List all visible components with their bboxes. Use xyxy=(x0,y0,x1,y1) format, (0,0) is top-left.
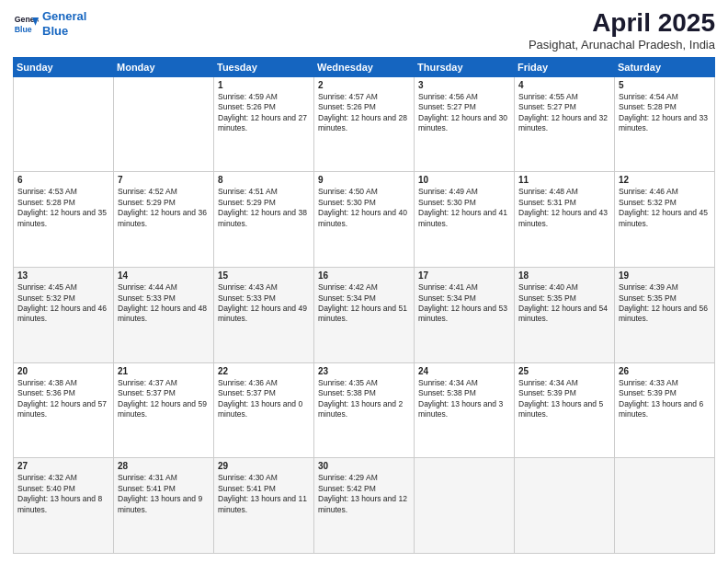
table-row: 29Sunrise: 4:30 AM Sunset: 5:41 PM Dayli… xyxy=(214,458,314,554)
table-row: 28Sunrise: 4:31 AM Sunset: 5:41 PM Dayli… xyxy=(114,458,214,554)
day-number: 25 xyxy=(518,366,610,376)
table-row: 4Sunrise: 4:55 AM Sunset: 5:27 PM Daylig… xyxy=(515,76,615,172)
day-number: 5 xyxy=(619,80,711,90)
day-number: 10 xyxy=(418,175,510,185)
day-info: Sunrise: 4:40 AM Sunset: 5:35 PM Dayligh… xyxy=(518,282,610,325)
col-tuesday: Tuesday xyxy=(214,57,314,76)
week-row-1: 1Sunrise: 4:59 AM Sunset: 5:26 PM Daylig… xyxy=(14,76,715,172)
table-row: 12Sunrise: 4:46 AM Sunset: 5:32 PM Dayli… xyxy=(615,172,715,268)
title-block: April 2025 Pasighat, Arunachal Pradesh, … xyxy=(529,9,715,52)
table-row: 1Sunrise: 4:59 AM Sunset: 5:26 PM Daylig… xyxy=(214,76,314,172)
table-row: 15Sunrise: 4:43 AM Sunset: 5:33 PM Dayli… xyxy=(214,268,314,363)
table-row: 21Sunrise: 4:37 AM Sunset: 5:37 PM Dayli… xyxy=(114,362,214,458)
day-info: Sunrise: 4:41 AM Sunset: 5:34 PM Dayligh… xyxy=(418,282,510,325)
day-info: Sunrise: 4:39 AM Sunset: 5:35 PM Dayligh… xyxy=(619,282,711,325)
svg-text:Blue: Blue xyxy=(15,24,32,33)
day-number: 7 xyxy=(118,175,210,185)
table-row: 17Sunrise: 4:41 AM Sunset: 5:34 PM Dayli… xyxy=(415,268,515,363)
day-info: Sunrise: 4:49 AM Sunset: 5:30 PM Dayligh… xyxy=(418,187,510,229)
col-monday: Monday xyxy=(114,57,214,76)
col-wednesday: Wednesday xyxy=(314,57,415,76)
table-row: 27Sunrise: 4:32 AM Sunset: 5:40 PM Dayli… xyxy=(14,458,114,554)
table-row: 2Sunrise: 4:57 AM Sunset: 5:26 PM Daylig… xyxy=(314,76,415,172)
day-number: 19 xyxy=(619,270,711,281)
day-info: Sunrise: 4:34 AM Sunset: 5:38 PM Dayligh… xyxy=(418,378,510,420)
day-number: 8 xyxy=(218,175,310,185)
col-saturday: Saturday xyxy=(615,57,715,76)
day-info: Sunrise: 4:59 AM Sunset: 5:26 PM Dayligh… xyxy=(218,92,310,134)
day-number: 12 xyxy=(619,175,711,185)
table-row: 6Sunrise: 4:53 AM Sunset: 5:28 PM Daylig… xyxy=(14,172,114,268)
table-row: 11Sunrise: 4:48 AM Sunset: 5:31 PM Dayli… xyxy=(515,172,615,268)
table-row: 9Sunrise: 4:50 AM Sunset: 5:30 PM Daylig… xyxy=(314,172,415,268)
day-info: Sunrise: 4:44 AM Sunset: 5:33 PM Dayligh… xyxy=(118,282,210,325)
day-number: 11 xyxy=(518,175,610,185)
day-info: Sunrise: 4:48 AM Sunset: 5:31 PM Dayligh… xyxy=(518,187,610,229)
table-row: 24Sunrise: 4:34 AM Sunset: 5:38 PM Dayli… xyxy=(415,362,515,458)
day-number: 16 xyxy=(318,270,410,281)
day-number: 13 xyxy=(17,270,109,281)
day-info: Sunrise: 4:38 AM Sunset: 5:36 PM Dayligh… xyxy=(17,378,109,420)
day-number: 22 xyxy=(218,366,310,376)
calendar-title: April 2025 xyxy=(529,9,715,38)
week-row-5: 27Sunrise: 4:32 AM Sunset: 5:40 PM Dayli… xyxy=(14,458,715,554)
day-info: Sunrise: 4:51 AM Sunset: 5:29 PM Dayligh… xyxy=(218,187,310,229)
day-info: Sunrise: 4:32 AM Sunset: 5:40 PM Dayligh… xyxy=(17,473,109,515)
day-info: Sunrise: 4:46 AM Sunset: 5:32 PM Dayligh… xyxy=(619,187,711,229)
day-info: Sunrise: 4:33 AM Sunset: 5:39 PM Dayligh… xyxy=(619,378,711,420)
day-number: 23 xyxy=(318,366,410,376)
day-number: 27 xyxy=(17,461,109,471)
day-info: Sunrise: 4:57 AM Sunset: 5:26 PM Dayligh… xyxy=(318,92,410,134)
day-info: Sunrise: 4:52 AM Sunset: 5:29 PM Dayligh… xyxy=(118,187,210,229)
week-row-2: 6Sunrise: 4:53 AM Sunset: 5:28 PM Daylig… xyxy=(14,172,715,268)
table-row xyxy=(615,458,715,554)
table-row: 19Sunrise: 4:39 AM Sunset: 5:35 PM Dayli… xyxy=(615,268,715,363)
table-row xyxy=(114,76,214,172)
table-row: 23Sunrise: 4:35 AM Sunset: 5:38 PM Dayli… xyxy=(314,362,415,458)
calendar-table: Sunday Monday Tuesday Wednesday Thursday… xyxy=(13,57,715,554)
day-number: 20 xyxy=(17,366,109,376)
day-info: Sunrise: 4:36 AM Sunset: 5:37 PM Dayligh… xyxy=(218,378,310,420)
day-info: Sunrise: 4:56 AM Sunset: 5:27 PM Dayligh… xyxy=(418,92,510,134)
table-row: 18Sunrise: 4:40 AM Sunset: 5:35 PM Dayli… xyxy=(515,268,615,363)
logo-line1: General xyxy=(42,9,86,23)
day-number: 28 xyxy=(118,461,210,471)
day-number: 21 xyxy=(118,366,210,376)
page: General Blue General Blue April 2025 Pas… xyxy=(0,0,728,563)
day-number: 1 xyxy=(218,80,310,90)
week-row-3: 13Sunrise: 4:45 AM Sunset: 5:32 PM Dayli… xyxy=(14,268,715,363)
day-number: 24 xyxy=(418,366,510,376)
logo-text: General Blue xyxy=(42,9,86,38)
day-number: 2 xyxy=(318,80,410,90)
day-info: Sunrise: 4:37 AM Sunset: 5:37 PM Dayligh… xyxy=(118,378,210,420)
day-number: 29 xyxy=(218,461,310,471)
table-row: 7Sunrise: 4:52 AM Sunset: 5:29 PM Daylig… xyxy=(114,172,214,268)
col-thursday: Thursday xyxy=(415,57,515,76)
day-info: Sunrise: 4:34 AM Sunset: 5:39 PM Dayligh… xyxy=(518,378,610,420)
day-info: Sunrise: 4:45 AM Sunset: 5:32 PM Dayligh… xyxy=(17,282,109,325)
day-number: 4 xyxy=(518,80,610,90)
table-row: 26Sunrise: 4:33 AM Sunset: 5:39 PM Dayli… xyxy=(615,362,715,458)
table-row: 25Sunrise: 4:34 AM Sunset: 5:39 PM Dayli… xyxy=(515,362,615,458)
day-info: Sunrise: 4:42 AM Sunset: 5:34 PM Dayligh… xyxy=(318,282,410,325)
table-row: 10Sunrise: 4:49 AM Sunset: 5:30 PM Dayli… xyxy=(415,172,515,268)
day-number: 30 xyxy=(318,461,410,471)
table-row: 14Sunrise: 4:44 AM Sunset: 5:33 PM Dayli… xyxy=(114,268,214,363)
table-row: 5Sunrise: 4:54 AM Sunset: 5:28 PM Daylig… xyxy=(615,76,715,172)
day-number: 26 xyxy=(619,366,711,376)
day-number: 6 xyxy=(17,175,109,185)
day-info: Sunrise: 4:29 AM Sunset: 5:42 PM Dayligh… xyxy=(318,473,410,515)
day-info: Sunrise: 4:54 AM Sunset: 5:28 PM Dayligh… xyxy=(619,92,711,134)
logo-icon: General Blue xyxy=(13,11,39,37)
day-info: Sunrise: 4:43 AM Sunset: 5:33 PM Dayligh… xyxy=(218,282,310,325)
day-number: 18 xyxy=(518,270,610,281)
calendar-subtitle: Pasighat, Arunachal Pradesh, India xyxy=(529,38,715,52)
day-info: Sunrise: 4:35 AM Sunset: 5:38 PM Dayligh… xyxy=(318,378,410,420)
table-row xyxy=(14,76,114,172)
day-number: 9 xyxy=(318,175,410,185)
logo: General Blue General Blue xyxy=(13,9,86,38)
table-row xyxy=(515,458,615,554)
table-row: 3Sunrise: 4:56 AM Sunset: 5:27 PM Daylig… xyxy=(415,76,515,172)
calendar-header-row: Sunday Monday Tuesday Wednesday Thursday… xyxy=(14,57,715,76)
table-row: 16Sunrise: 4:42 AM Sunset: 5:34 PM Dayli… xyxy=(314,268,415,363)
